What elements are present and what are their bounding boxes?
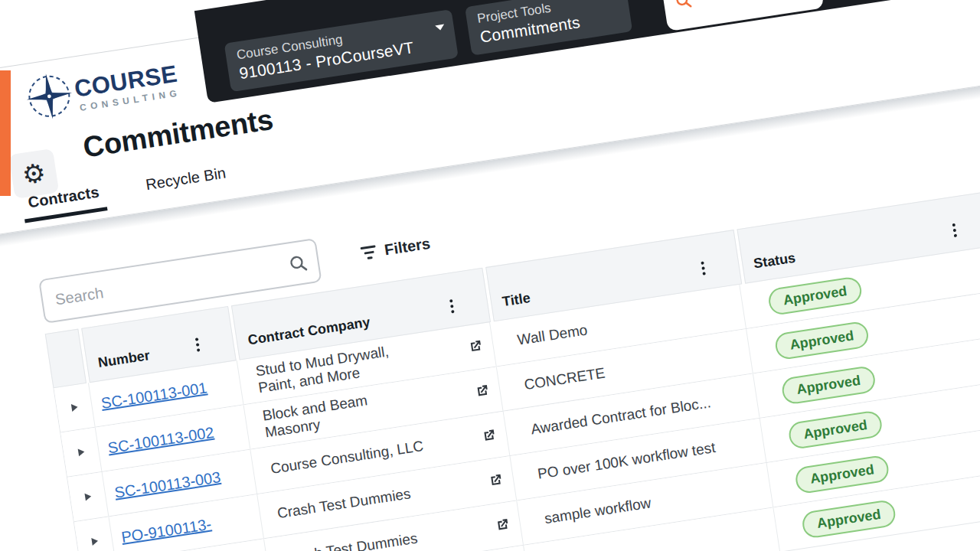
status-badge: Approved <box>801 498 897 539</box>
kebab-menu-icon[interactable] <box>449 299 455 313</box>
kebab-menu-icon[interactable] <box>195 337 201 351</box>
header-expand-column <box>45 329 87 389</box>
expand-caret-icon[interactable] <box>70 403 77 412</box>
page-title: Commitments <box>81 103 276 165</box>
external-link-icon[interactable] <box>467 338 484 355</box>
expand-caret-icon[interactable] <box>77 448 84 456</box>
nav-search-button[interactable] <box>662 0 824 31</box>
kebab-menu-icon[interactable] <box>701 261 706 275</box>
status-badge: Approved <box>794 454 890 494</box>
app-window: Course Consulting 9100113 - ProCourseVT … <box>0 0 980 551</box>
contract-number-link[interactable]: SC-100113-003 <box>113 468 222 502</box>
filters-label: Filters <box>384 234 432 259</box>
filter-icon <box>360 245 377 260</box>
company-logo: COURSE CONSULTING <box>21 53 182 125</box>
external-link-icon[interactable] <box>495 517 511 533</box>
contract-company: Crash Test Dummies <box>283 530 418 551</box>
contract-number-link[interactable]: PO-9100113- <box>120 515 213 546</box>
contract-company: Course Consulting, LLC <box>270 438 425 478</box>
contract-title: sample workflow <box>544 494 652 527</box>
tool-picker-button[interactable]: Project Tools Commitments <box>465 0 632 56</box>
screen: Course Consulting 9100113 - ProCourseVT … <box>0 0 980 551</box>
expand-caret-icon[interactable] <box>91 537 98 546</box>
contract-number-link[interactable]: SC-100113-002 <box>106 423 215 457</box>
contract-title: CONCRETE <box>523 364 606 393</box>
tab-recycle-bin[interactable]: Recycle Bin <box>145 165 229 204</box>
status-badge: Approved <box>780 364 877 405</box>
expand-caret-icon[interactable] <box>84 493 91 501</box>
external-link-icon[interactable] <box>481 428 498 445</box>
orange-edge-accent <box>0 70 11 196</box>
contract-title: Wall Demo <box>516 321 588 349</box>
external-link-icon[interactable] <box>488 472 505 489</box>
status-badge: Approved <box>767 276 864 316</box>
status-badge: Approved <box>787 409 884 450</box>
search-icon <box>675 0 694 11</box>
filters-button[interactable]: Filters <box>360 234 431 262</box>
contract-company: Crash Test Dummies <box>276 485 412 522</box>
logo-text: COURSE CONSULTING <box>73 62 181 114</box>
project-picker-button[interactable]: Course Consulting 9100113 - ProCourseVT <box>224 9 459 92</box>
status-badge: Approved <box>773 320 870 360</box>
external-link-icon[interactable] <box>474 383 491 399</box>
compass-icon <box>21 68 77 124</box>
contract-number-link[interactable]: SC-100113-001 <box>100 379 208 412</box>
kebab-menu-icon[interactable] <box>952 223 958 237</box>
gear-icon: ⚙ <box>20 157 47 191</box>
top-nav-bar: Course Consulting 9100113 - ProCourseVT … <box>194 0 980 103</box>
